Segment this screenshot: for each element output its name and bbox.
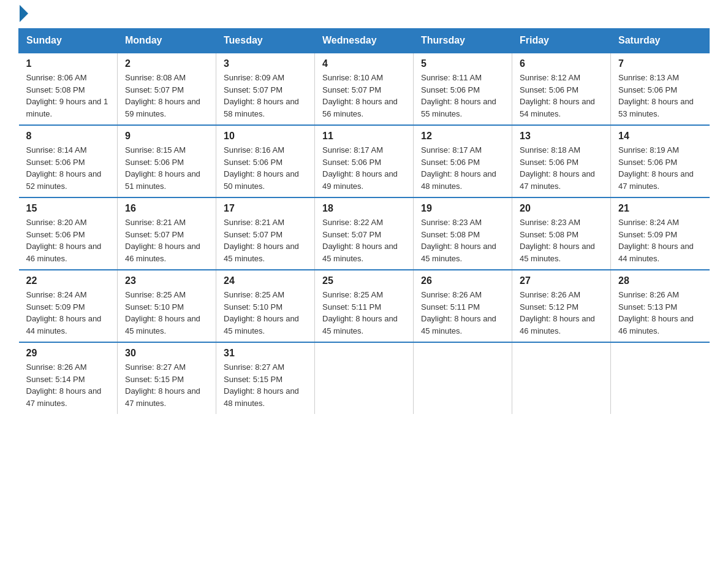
day-info: Sunrise: 8:10 AMSunset: 5:07 PMDaylight:… <box>322 72 406 120</box>
day-info: Sunrise: 8:27 AMSunset: 5:15 PMDaylight:… <box>125 361 208 409</box>
day-number: 10 <box>224 131 307 142</box>
weekday-header-row: SundayMondayTuesdayWednesdayThursdayFrid… <box>19 29 710 53</box>
calendar-cell <box>512 342 611 414</box>
calendar-cell: 8Sunrise: 8:14 AMSunset: 5:06 PMDaylight… <box>19 125 118 197</box>
day-number: 13 <box>520 131 603 142</box>
calendar-cell: 15Sunrise: 8:20 AMSunset: 5:06 PMDayligh… <box>19 197 118 270</box>
day-info: Sunrise: 8:27 AMSunset: 5:15 PMDaylight:… <box>224 361 307 409</box>
day-number: 1 <box>26 58 110 69</box>
calendar-cell: 22Sunrise: 8:24 AMSunset: 5:09 PMDayligh… <box>19 270 118 342</box>
calendar-table: SundayMondayTuesdayWednesdayThursdayFrid… <box>18 28 710 414</box>
day-number: 15 <box>26 203 110 214</box>
day-number: 24 <box>224 275 307 286</box>
week-row-4: 22Sunrise: 8:24 AMSunset: 5:09 PMDayligh… <box>19 270 710 342</box>
weekday-header-monday: Monday <box>118 29 216 53</box>
calendar-cell: 3Sunrise: 8:09 AMSunset: 5:07 PMDaylight… <box>216 53 315 125</box>
day-info: Sunrise: 8:09 AMSunset: 5:07 PMDaylight:… <box>224 72 307 120</box>
calendar-cell: 21Sunrise: 8:24 AMSunset: 5:09 PMDayligh… <box>611 197 710 270</box>
calendar-cell: 24Sunrise: 8:25 AMSunset: 5:10 PMDayligh… <box>216 270 315 342</box>
day-number: 27 <box>520 275 603 286</box>
calendar-cell <box>611 342 710 414</box>
calendar-cell: 9Sunrise: 8:15 AMSunset: 5:06 PMDaylight… <box>118 125 216 197</box>
day-info: Sunrise: 8:25 AMSunset: 5:11 PMDaylight:… <box>322 289 406 337</box>
weekday-header-wednesday: Wednesday <box>315 29 414 53</box>
day-number: 8 <box>26 131 110 142</box>
day-info: Sunrise: 8:24 AMSunset: 5:09 PMDaylight:… <box>26 289 110 337</box>
day-info: Sunrise: 8:21 AMSunset: 5:07 PMDaylight:… <box>224 216 307 264</box>
day-number: 26 <box>421 275 504 286</box>
calendar-cell: 12Sunrise: 8:17 AMSunset: 5:06 PMDayligh… <box>414 125 512 197</box>
day-number: 28 <box>618 275 702 286</box>
day-number: 6 <box>520 58 603 69</box>
week-row-3: 15Sunrise: 8:20 AMSunset: 5:06 PMDayligh… <box>19 197 710 270</box>
day-info: Sunrise: 8:13 AMSunset: 5:06 PMDaylight:… <box>618 72 702 120</box>
calendar-cell: 6Sunrise: 8:12 AMSunset: 5:06 PMDaylight… <box>512 53 611 125</box>
calendar-cell: 1Sunrise: 8:06 AMSunset: 5:08 PMDaylight… <box>19 53 118 125</box>
day-info: Sunrise: 8:12 AMSunset: 5:06 PMDaylight:… <box>520 72 603 120</box>
day-info: Sunrise: 8:26 AMSunset: 5:11 PMDaylight:… <box>421 289 504 337</box>
calendar-cell: 14Sunrise: 8:19 AMSunset: 5:06 PMDayligh… <box>611 125 710 197</box>
day-info: Sunrise: 8:22 AMSunset: 5:07 PMDaylight:… <box>322 216 406 264</box>
logo <box>18 12 28 22</box>
calendar-cell: 23Sunrise: 8:25 AMSunset: 5:10 PMDayligh… <box>118 270 216 342</box>
calendar-cell: 29Sunrise: 8:26 AMSunset: 5:14 PMDayligh… <box>19 342 118 414</box>
day-info: Sunrise: 8:20 AMSunset: 5:06 PMDaylight:… <box>26 216 110 264</box>
day-number: 9 <box>125 131 208 142</box>
weekday-header-saturday: Saturday <box>611 29 710 53</box>
day-number: 18 <box>322 203 406 214</box>
weekday-header-tuesday: Tuesday <box>216 29 315 53</box>
day-info: Sunrise: 8:11 AMSunset: 5:06 PMDaylight:… <box>421 72 504 120</box>
day-number: 25 <box>322 275 406 286</box>
day-number: 17 <box>224 203 307 214</box>
calendar-cell: 16Sunrise: 8:21 AMSunset: 5:07 PMDayligh… <box>118 197 216 270</box>
day-info: Sunrise: 8:23 AMSunset: 5:08 PMDaylight:… <box>421 216 504 264</box>
calendar-cell <box>315 342 414 414</box>
calendar-cell: 26Sunrise: 8:26 AMSunset: 5:11 PMDayligh… <box>414 270 512 342</box>
day-info: Sunrise: 8:08 AMSunset: 5:07 PMDaylight:… <box>125 72 208 120</box>
day-info: Sunrise: 8:16 AMSunset: 5:06 PMDaylight:… <box>224 144 307 192</box>
calendar-cell: 20Sunrise: 8:23 AMSunset: 5:08 PMDayligh… <box>512 197 611 270</box>
week-row-1: 1Sunrise: 8:06 AMSunset: 5:08 PMDaylight… <box>19 53 710 125</box>
day-info: Sunrise: 8:18 AMSunset: 5:06 PMDaylight:… <box>520 144 603 192</box>
day-info: Sunrise: 8:26 AMSunset: 5:12 PMDaylight:… <box>520 289 603 337</box>
day-info: Sunrise: 8:26 AMSunset: 5:14 PMDaylight:… <box>26 361 110 409</box>
weekday-header-friday: Friday <box>512 29 611 53</box>
calendar-cell: 13Sunrise: 8:18 AMSunset: 5:06 PMDayligh… <box>512 125 611 197</box>
calendar-cell: 10Sunrise: 8:16 AMSunset: 5:06 PMDayligh… <box>216 125 315 197</box>
calendar-cell <box>414 342 512 414</box>
week-row-2: 8Sunrise: 8:14 AMSunset: 5:06 PMDaylight… <box>19 125 710 197</box>
day-number: 19 <box>421 203 504 214</box>
day-info: Sunrise: 8:24 AMSunset: 5:09 PMDaylight:… <box>618 216 702 264</box>
day-number: 23 <box>125 275 208 286</box>
calendar-cell: 19Sunrise: 8:23 AMSunset: 5:08 PMDayligh… <box>414 197 512 270</box>
day-info: Sunrise: 8:19 AMSunset: 5:06 PMDaylight:… <box>618 144 702 192</box>
day-number: 4 <box>322 58 406 69</box>
day-number: 16 <box>125 203 208 214</box>
calendar-cell: 7Sunrise: 8:13 AMSunset: 5:06 PMDaylight… <box>611 53 710 125</box>
day-info: Sunrise: 8:17 AMSunset: 5:06 PMDaylight:… <box>322 144 406 192</box>
day-info: Sunrise: 8:26 AMSunset: 5:13 PMDaylight:… <box>618 289 702 337</box>
day-info: Sunrise: 8:14 AMSunset: 5:06 PMDaylight:… <box>26 144 110 192</box>
day-number: 3 <box>224 58 307 69</box>
calendar-cell: 30Sunrise: 8:27 AMSunset: 5:15 PMDayligh… <box>118 342 216 414</box>
calendar-cell: 4Sunrise: 8:10 AMSunset: 5:07 PMDaylight… <box>315 53 414 125</box>
day-number: 12 <box>421 131 504 142</box>
calendar-cell: 5Sunrise: 8:11 AMSunset: 5:06 PMDaylight… <box>414 53 512 125</box>
day-number: 21 <box>618 203 702 214</box>
day-number: 11 <box>322 131 406 142</box>
calendar-cell: 31Sunrise: 8:27 AMSunset: 5:15 PMDayligh… <box>216 342 315 414</box>
day-info: Sunrise: 8:06 AMSunset: 5:08 PMDaylight:… <box>26 72 110 120</box>
day-number: 30 <box>125 348 208 359</box>
day-number: 7 <box>618 58 702 69</box>
day-number: 14 <box>618 131 702 142</box>
day-number: 20 <box>520 203 603 214</box>
day-number: 2 <box>125 58 208 69</box>
logo-arrow-icon <box>20 5 28 22</box>
day-info: Sunrise: 8:25 AMSunset: 5:10 PMDaylight:… <box>224 289 307 337</box>
week-row-5: 29Sunrise: 8:26 AMSunset: 5:14 PMDayligh… <box>19 342 710 414</box>
page-header <box>18 12 710 22</box>
calendar-cell: 18Sunrise: 8:22 AMSunset: 5:07 PMDayligh… <box>315 197 414 270</box>
day-info: Sunrise: 8:23 AMSunset: 5:08 PMDaylight:… <box>520 216 603 264</box>
day-number: 22 <box>26 275 110 286</box>
calendar-cell: 17Sunrise: 8:21 AMSunset: 5:07 PMDayligh… <box>216 197 315 270</box>
